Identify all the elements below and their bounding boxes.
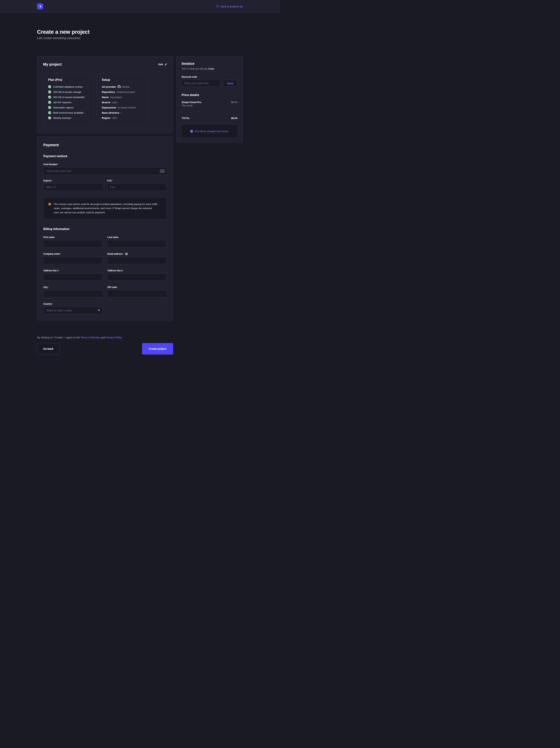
privacy-policy-link[interactable]: Privacy Policy — [106, 336, 122, 339]
terms-of-service-link[interactable]: Terms of Service — [80, 336, 100, 339]
expires-label: Expires* — [43, 180, 103, 182]
edit-button-label: Edit — [158, 63, 163, 66]
required-asterisk: * — [52, 180, 53, 182]
my-project-card: My project Edit Plan (Pro) Unlimited dat… — [37, 56, 173, 134]
plan-panel: Plan (Pro) Unlimited database entries 25… — [43, 73, 94, 127]
payment-method-heading: Payment method — [43, 155, 167, 158]
setup-value: At every commit — [118, 106, 136, 109]
setup-row-branch: Branch main — [102, 101, 142, 104]
setup-label: Name — [102, 96, 109, 99]
required-asterisk: * — [123, 253, 124, 255]
check-icon — [48, 106, 51, 109]
next-month-charge-text: $75 will be charged next month. — [195, 130, 229, 133]
zip-code-field: ZIP code* — [107, 286, 167, 298]
setup-value: USA — [112, 117, 117, 119]
country-field: Country* Select or enter a value — [43, 303, 103, 314]
back-to-projects-link[interactable]: Back to projects list — [216, 5, 243, 8]
email-input[interactable] — [107, 257, 167, 264]
setup-row-region: Region USA — [102, 117, 142, 119]
expires-input[interactable] — [43, 184, 103, 191]
pencil-icon — [165, 63, 167, 66]
required-asterisk: * — [58, 163, 59, 166]
payment-title: Payment — [43, 143, 167, 147]
last-name-input[interactable] — [107, 240, 167, 248]
plan-feature-row: 1M API requests — [48, 101, 89, 104]
terms-text: By clicking on "Create", I agree to the … — [37, 336, 173, 339]
billing-heading: Billing information — [43, 227, 167, 231]
strapi-cloud-logo-icon — [38, 4, 42, 8]
address-line-2-input[interactable] — [107, 273, 167, 281]
credit-card-icon — [160, 169, 165, 173]
cvc-label: CVC* — [107, 180, 167, 182]
setup-label: Region — [102, 117, 111, 119]
setup-row-git-provider: Git provider GitHub — [102, 85, 142, 88]
discount-code-label: Discount code — [182, 76, 237, 78]
plan-feature-label: Weekly backups — [53, 117, 71, 119]
plan-feature-row: Unlimited database entries — [48, 85, 89, 88]
setup-value: my-project — [110, 96, 122, 99]
last-name-field: Last name — [107, 236, 167, 248]
setup-label: Base directory — [102, 111, 119, 114]
go-back-button[interactable]: Go back — [37, 343, 59, 354]
company-name-field: Company name* — [43, 253, 103, 264]
check-icon — [48, 101, 51, 104]
payment-card: Payment Payment method Card Number* — [37, 137, 173, 321]
zip-code-input[interactable] — [107, 290, 167, 298]
required-asterisk: * — [112, 180, 113, 182]
my-project-title: My project — [43, 62, 62, 67]
invoice-title: Invoice — [182, 62, 237, 66]
plan-feature-row: 500 GB of assets bandwidth — [48, 96, 89, 99]
email-field: Email address* i — [107, 253, 167, 264]
setup-label: Deployment — [102, 106, 116, 109]
required-asterisk: * — [48, 286, 49, 288]
setup-label: Repository — [102, 91, 115, 93]
next-month-charge-note: i $75 will be charged next month. — [182, 125, 237, 137]
warning-icon: ! — [48, 203, 51, 206]
email-label: Email address* i — [107, 253, 167, 255]
cvc-input[interactable] — [107, 184, 167, 191]
first-name-label: First name — [43, 236, 103, 238]
check-icon — [48, 90, 51, 93]
first-name-field: First name — [43, 236, 103, 248]
strapi-cloud-logo[interactable] — [37, 3, 43, 9]
setup-value: GitHub — [122, 86, 129, 88]
setup-row-base-directory: Base directory / — [102, 111, 142, 114]
zip-code-label: ZIP code* — [107, 286, 167, 288]
edit-button[interactable]: Edit — [158, 63, 167, 66]
cvc-field: CVC* — [107, 180, 167, 191]
plan-feature-label: Selectable regions — [53, 106, 74, 109]
check-icon — [48, 111, 51, 114]
required-asterisk: * — [52, 303, 53, 305]
country-select[interactable]: Select or enter a value — [43, 307, 103, 314]
price-item-name: Strapi Cloud Pro — [182, 101, 201, 103]
city-input[interactable] — [43, 290, 103, 298]
create-project-button[interactable]: Create project — [142, 343, 173, 354]
total-amount: $8.04 — [231, 117, 237, 120]
expires-field: Expires* — [43, 180, 103, 191]
company-name-input[interactable] — [43, 257, 103, 264]
address-line-1-field: Address line 1* — [43, 269, 103, 281]
email-info-icon[interactable]: i — [125, 253, 128, 255]
card-number-label: Card Number* — [43, 163, 167, 166]
city-field: City* — [43, 286, 103, 298]
plan-feature-label: 1M API requests — [53, 101, 72, 104]
address-line-1-input[interactable] — [43, 273, 103, 281]
setup-value: strapi/my-project — [117, 91, 135, 93]
github-icon — [118, 85, 121, 88]
setup-row-deployment: Deployment At every commit — [102, 106, 142, 109]
card-number-input[interactable] — [43, 167, 167, 175]
setup-value: main — [112, 101, 117, 104]
plan-feature-label: Multi-environment available — [53, 111, 83, 114]
apply-discount-button[interactable]: Apply — [223, 80, 237, 87]
discount-code-input[interactable] — [182, 80, 221, 87]
setup-label: Git provider — [102, 86, 116, 88]
plan-feature-label: 250 GB of assets storage — [53, 91, 81, 93]
invoice-subtitle: This is what you will pay today — [182, 67, 237, 70]
info-icon: i — [190, 130, 193, 133]
setup-label: Branch — [102, 101, 111, 104]
page-title: Create a new project — [37, 29, 243, 35]
card-usage-notice: ! The chosen card will be used for all p… — [43, 197, 167, 219]
city-label: City* — [43, 286, 103, 288]
card-usage-notice-text: The chosen card will be used for all pro… — [54, 202, 157, 215]
first-name-input[interactable] — [43, 240, 103, 248]
